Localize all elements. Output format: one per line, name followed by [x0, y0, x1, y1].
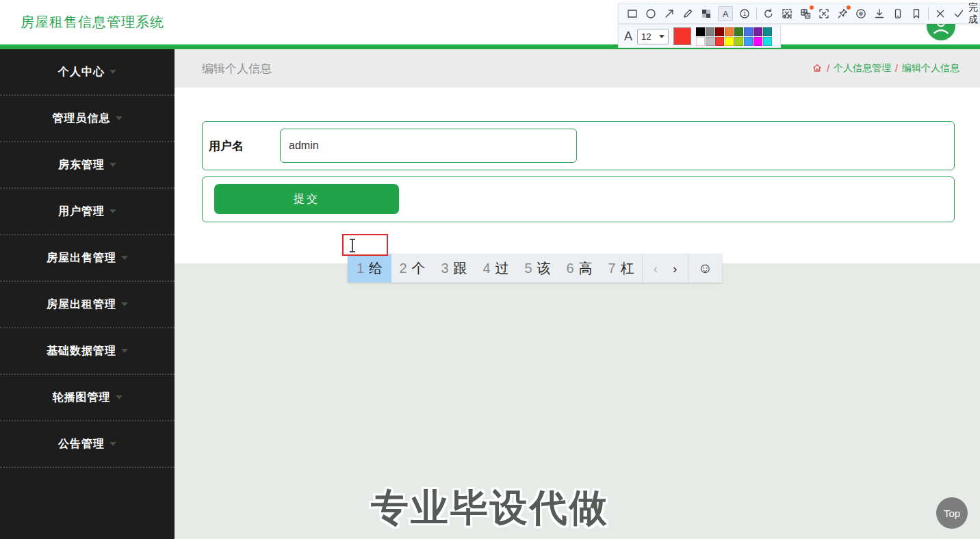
candidate-char: 该 — [537, 259, 551, 278]
undo-icon[interactable] — [762, 7, 775, 21]
font-icon: A — [624, 29, 632, 44]
send-to-phone-icon[interactable] — [891, 7, 905, 21]
translate-tool-icon[interactable]: A — [799, 7, 812, 21]
sidebar-item-label: 房屋出租管理 — [47, 298, 116, 312]
sidebar-item-house-sale-management[interactable]: 房屋出售管理 — [0, 235, 175, 282]
ime-candidate-3[interactable]: 3 跟 — [433, 254, 475, 282]
sidebar-item-carousel-management[interactable]: 轮播图管理 — [0, 375, 175, 421]
ime-candidate-6[interactable]: 6 高 — [558, 254, 600, 282]
svg-text:A: A — [723, 8, 729, 18]
username-form-row: 用户名 — [202, 121, 955, 170]
step-number-tool-icon[interactable]: 1 — [738, 7, 751, 21]
extract-text-tool-icon[interactable] — [817, 7, 831, 21]
sidebar-item-personal-center[interactable]: 个人中心 — [0, 49, 175, 96]
breadcrumb-link-personal-info[interactable]: 个人信息管理 — [834, 62, 891, 75]
palette-color[interactable] — [715, 37, 724, 46]
palette-color[interactable] — [715, 27, 724, 36]
toolbar-divider — [928, 8, 929, 20]
breadcrumb-separator: / — [827, 63, 829, 74]
mosaic-tool-icon[interactable] — [699, 7, 713, 21]
snip-text-options-bar: A 12 — [618, 25, 781, 48]
toolbar-divider — [756, 8, 757, 20]
notification-dot — [810, 5, 814, 10]
chevron-down-icon — [109, 209, 116, 213]
ime-page-nav: ‹ › — [642, 254, 688, 282]
watermark-text: 专业毕设代做 — [0, 483, 980, 534]
palette-color[interactable] — [725, 27, 734, 36]
ime-candidate-4[interactable]: 4 过 — [475, 254, 517, 282]
bookmark-tool-icon[interactable] — [910, 7, 923, 21]
sidebar-item-base-data-management[interactable]: 基础数据管理 — [0, 328, 175, 375]
candidate-number: 3 — [441, 261, 448, 276]
palette-color[interactable] — [706, 37, 714, 46]
arrow-tool-icon[interactable] — [662, 7, 676, 21]
submit-button[interactable]: 提交 — [214, 184, 399, 214]
notification-dot — [847, 5, 851, 10]
candidate-char: 高 — [579, 259, 593, 278]
breadcrumb-link-edit-personal-info[interactable]: 编辑个人信息 — [902, 62, 959, 75]
ime-candidate-bar: 1 给 2 个 3 跟 4 过 5 该 6 高 7 杠 ‹ › — [348, 254, 722, 282]
ime-candidate-2[interactable]: 2 个 — [391, 254, 433, 282]
ellipse-tool-icon[interactable] — [644, 7, 658, 21]
pin-tool-icon[interactable] — [836, 7, 849, 21]
palette-color[interactable] — [753, 37, 762, 46]
candidate-char: 跟 — [454, 259, 467, 278]
prev-page-icon[interactable]: ‹ — [654, 262, 658, 275]
sidebar-item-admin-info[interactable]: 管理员信息 — [0, 96, 175, 142]
save-download-icon[interactable] — [873, 7, 886, 21]
chevron-down-icon — [109, 442, 116, 446]
emoji-icon[interactable]: ☺ — [688, 254, 722, 282]
sidebar-item-landlord-management[interactable]: 房东管理 — [0, 142, 175, 189]
palette-color[interactable] — [725, 37, 734, 46]
current-color-swatch[interactable] — [673, 27, 691, 45]
candidate-char: 杠 — [621, 259, 634, 278]
content-panel — [175, 88, 980, 263]
font-size-select[interactable]: 12 — [637, 29, 669, 44]
palette-color[interactable] — [753, 27, 762, 36]
palette-color[interactable] — [744, 27, 753, 36]
home-icon[interactable] — [812, 62, 823, 75]
chevron-down-icon — [109, 70, 116, 74]
ime-candidate-1[interactable]: 1 给 — [348, 254, 391, 282]
text-tool-icon[interactable]: A — [718, 6, 733, 21]
sidebar-item-house-rent-management[interactable]: 房屋出租管理 — [0, 282, 175, 328]
palette-color[interactable] — [734, 37, 743, 46]
ime-candidate-7[interactable]: 7 杠 — [600, 254, 642, 282]
username-label: 用户名 — [209, 122, 244, 170]
chevron-down-icon — [121, 256, 128, 260]
cancel-snip-icon[interactable] — [933, 7, 947, 21]
rectangle-tool-icon[interactable] — [626, 7, 639, 21]
back-to-top-button[interactable]: Top — [936, 497, 968, 529]
palette-color[interactable] — [706, 27, 714, 36]
svg-text:A: A — [805, 12, 809, 18]
chevron-down-icon — [116, 395, 122, 399]
ime-candidate-5[interactable]: 5 该 — [517, 254, 558, 282]
chevron-down-icon — [659, 35, 665, 38]
done-check-icon[interactable] — [952, 7, 966, 21]
cut-out-tool-icon[interactable] — [780, 7, 794, 21]
chevron-down-icon — [121, 349, 128, 353]
sidebar-item-user-management[interactable]: 用户管理 — [0, 189, 175, 235]
header-accent-bar — [0, 44, 980, 49]
palette-color[interactable] — [744, 37, 753, 46]
candidate-char: 个 — [412, 259, 426, 278]
pen-tool-icon[interactable] — [681, 7, 695, 21]
next-page-icon[interactable]: › — [673, 262, 677, 275]
palette-color[interactable] — [696, 27, 705, 36]
palette-color[interactable] — [734, 27, 743, 36]
screen-record-icon[interactable] — [854, 7, 868, 21]
palette-color[interactable] — [763, 37, 772, 46]
screen: 房屋租售信息管理系统 个人中心 管理员信息 房东管理 用户管理 房屋出售管理 — [0, 0, 980, 539]
done-button[interactable]: 完成 — [968, 1, 978, 26]
sidebar-item-notice-management[interactable]: 公告管理 — [0, 421, 175, 468]
sidebar-item-label: 基础数据管理 — [47, 344, 116, 358]
palette-color[interactable] — [696, 37, 705, 46]
candidate-char: 过 — [495, 259, 509, 278]
username-input[interactable] — [280, 129, 577, 163]
submit-form-row: 提交 — [202, 176, 955, 222]
palette-color[interactable] — [763, 27, 772, 36]
sidebar: 个人中心 管理员信息 房东管理 用户管理 房屋出售管理 房屋出租管理 基础数据管… — [0, 49, 175, 539]
ime-composition-box[interactable] — [342, 234, 388, 256]
chevron-down-icon — [116, 116, 122, 120]
breadcrumb: / 个人信息管理 / 编辑个人信息 — [812, 49, 959, 88]
